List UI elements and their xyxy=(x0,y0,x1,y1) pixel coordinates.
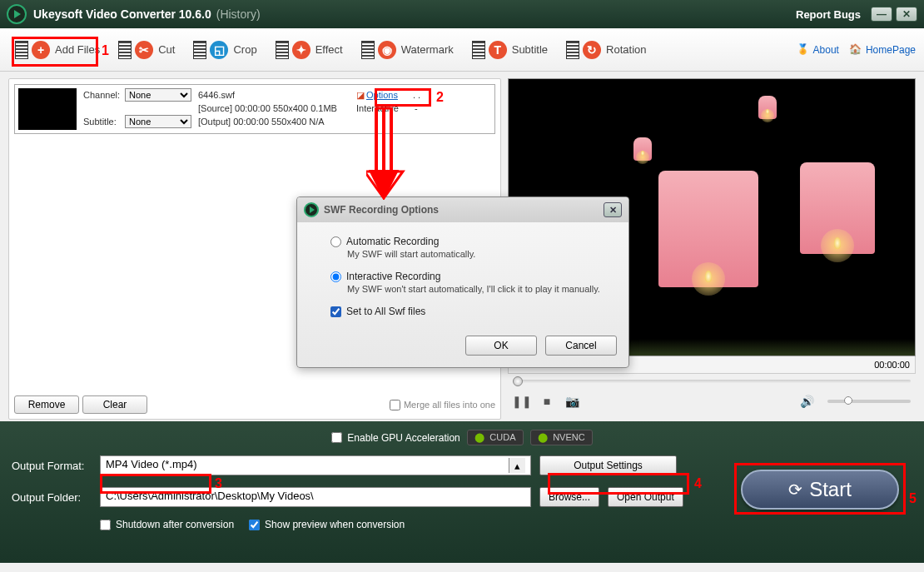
nvenc-badge: ⬤ NVENC xyxy=(530,430,593,445)
medal-icon: 🏅 xyxy=(797,43,810,57)
show-preview-checkbox[interactable] xyxy=(249,520,260,530)
rotation-button[interactable]: ↻Rotation xyxy=(559,35,653,65)
history-link[interactable]: (History) xyxy=(216,7,261,21)
app-logo xyxy=(7,4,27,24)
watermark-button[interactable]: ◉Watermark xyxy=(355,35,460,65)
snapshot-button[interactable]: 📷 xyxy=(563,392,581,410)
swf-recording-dialog: SWF Recording Options ✕ Automatic Record… xyxy=(296,196,629,368)
file-name: 6446.swf xyxy=(198,90,356,100)
clear-button[interactable]: Clear xyxy=(82,395,147,414)
add-files-button[interactable]: +Add Files xyxy=(8,35,107,65)
channel-label: Channel: xyxy=(83,90,125,100)
gpu-label: Enable GPU Acceleration xyxy=(347,432,460,444)
output-folder-label: Output Folder: xyxy=(12,491,100,504)
gpu-checkbox[interactable] xyxy=(331,432,342,443)
merge-checkbox[interactable] xyxy=(390,400,400,410)
volume-icon[interactable]: 🔊 xyxy=(797,392,816,410)
subtitle-label: Subtitle: xyxy=(83,117,125,127)
output-format-select[interactable]: MP4 Video (*.mp4) ▴ xyxy=(100,455,531,475)
close-button[interactable]: ✕ xyxy=(896,7,917,22)
mode-label: Interactive xyxy=(356,103,415,113)
open-output-button[interactable]: Open Output xyxy=(608,487,683,507)
merge-label: Merge all files into one xyxy=(404,400,495,410)
interactive-recording-desc: My SWF won't start automatically, I'll c… xyxy=(347,284,612,294)
bottom-panel: Enable GPU Acceleration ⬤ CUDA ⬤ NVENC O… xyxy=(0,421,924,563)
time-total: 00:00:00 xyxy=(874,360,910,370)
dialog-cancel-button[interactable]: Cancel xyxy=(545,336,617,356)
output-settings-button[interactable]: Output Settings xyxy=(539,455,677,475)
cut-button[interactable]: ✂Cut xyxy=(112,35,181,65)
subtitle-button[interactable]: TSubtitle xyxy=(465,35,554,65)
browse-button[interactable]: Browse... xyxy=(539,487,599,507)
about-link[interactable]: 🏅About xyxy=(797,43,839,57)
stop-button[interactable]: ■ xyxy=(538,392,556,410)
cuda-badge: ⬤ CUDA xyxy=(467,430,524,445)
homepage-link[interactable]: 🏠HomePage xyxy=(849,43,916,57)
interactive-recording-radio[interactable]: Interactive Recording xyxy=(330,271,612,282)
home-icon: 🏠 xyxy=(849,43,862,57)
minimize-button[interactable]: — xyxy=(871,7,892,22)
options-link[interactable]: Options xyxy=(366,90,398,100)
refresh-icon: ⟳ xyxy=(788,480,802,500)
volume-slider[interactable] xyxy=(827,400,911,403)
output-folder-input[interactable]: C:\Users\Administrator\Desktop\My Videos… xyxy=(100,487,531,507)
channel-select[interactable]: None xyxy=(125,88,191,102)
dash: - xyxy=(415,103,418,113)
crop-button[interactable]: ◱Crop xyxy=(186,35,263,65)
automatic-recording-desc: My SWF will start automatically. xyxy=(347,249,612,259)
output-info: [Output] 00:00:00 550x400 N/A xyxy=(198,117,325,127)
shutdown-label: Shutdown after conversion xyxy=(116,519,234,530)
pause-button[interactable]: ❚❚ xyxy=(513,392,531,410)
set-all-checkbox[interactable]: Set to All Swf files xyxy=(330,306,612,317)
subtitle-select[interactable]: None xyxy=(125,115,191,128)
automatic-recording-radio[interactable]: Automatic Recording xyxy=(330,236,612,247)
report-bugs-link[interactable]: Report Bugs xyxy=(796,8,861,21)
titlebar: Ukeysoft Video Converter 10.6.0 (History… xyxy=(0,0,924,28)
start-button[interactable]: ⟳Start xyxy=(741,470,899,510)
chevron-up-icon: ▴ xyxy=(509,458,525,473)
remove-button[interactable]: Remove xyxy=(14,395,79,414)
toolbar: +Add Files ✂Cut ◱Crop ✦Effect ◉Watermark… xyxy=(0,28,924,72)
dialog-logo xyxy=(304,202,319,217)
app-title: Ukeysoft Video Converter 10.6.0 xyxy=(33,7,211,21)
options-icon: ◪ xyxy=(356,90,365,101)
effect-button[interactable]: ✦Effect xyxy=(269,35,350,65)
file-row[interactable]: Channel: None 6446.swf ◪ Options . . [So… xyxy=(14,84,495,134)
output-format-label: Output Format: xyxy=(12,460,100,472)
show-preview-label: Show preview when conversion xyxy=(265,519,405,530)
dialog-close-button[interactable]: ✕ xyxy=(604,202,622,217)
annot-dots: . . xyxy=(413,90,420,100)
dialog-ok-button[interactable]: OK xyxy=(465,336,537,356)
shutdown-checkbox[interactable] xyxy=(100,520,111,530)
dialog-title: SWF Recording Options xyxy=(324,204,439,216)
source-info: [Source] 00:00:00 550x400 0.1MB xyxy=(198,103,356,113)
seek-bar[interactable] xyxy=(508,374,916,389)
file-thumbnail xyxy=(18,88,77,130)
